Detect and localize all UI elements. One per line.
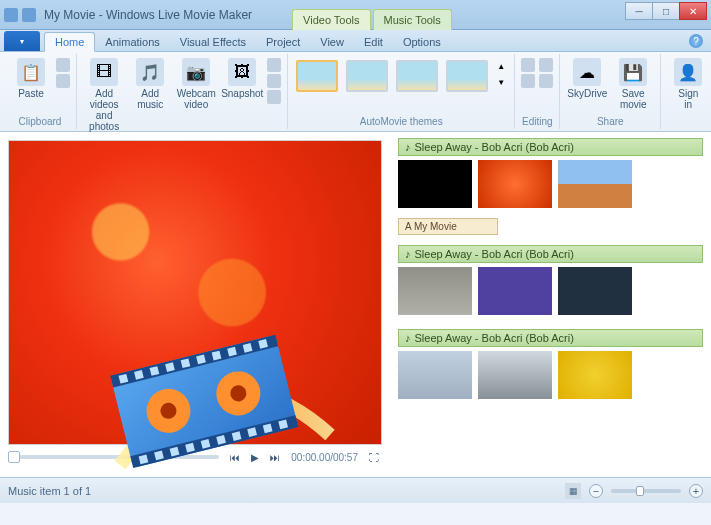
webcam-button[interactable]: 📷 Webcam video <box>175 58 217 110</box>
clip-thumbnail[interactable] <box>478 351 552 399</box>
group-label: Editing <box>522 116 553 129</box>
clipboard-icon: 📋 <box>17 58 45 86</box>
delete-icon[interactable] <box>539 58 553 72</box>
play-button[interactable]: ▶ <box>247 449 263 465</box>
clip-row <box>398 267 703 315</box>
group-add: 🎞 Add videos and photos 🎵 Add music 📷 We… <box>77 54 288 129</box>
clip-thumbnail[interactable] <box>478 160 552 208</box>
save-movie-button[interactable]: 💾 Save movie <box>612 58 654 110</box>
user-icon: 👤 <box>674 58 702 86</box>
rotate-left-icon[interactable] <box>521 58 535 72</box>
copy-icon[interactable] <box>56 74 70 88</box>
music-note-icon: ♪ <box>405 332 411 344</box>
title-bar: My Movie - Windows Live Movie Maker Vide… <box>0 0 711 30</box>
clip-thumbnail[interactable] <box>558 160 632 208</box>
player-controls: ⏮ ▶ ⏭ 00:00.00/00:57 ⛶ <box>8 445 382 469</box>
fullscreen-button[interactable]: ⛶ <box>366 449 382 465</box>
close-button[interactable]: ✕ <box>679 2 707 20</box>
clip-row <box>398 160 703 208</box>
group-label: Share <box>597 116 624 129</box>
maximize-button[interactable]: □ <box>652 2 680 20</box>
clipboard-small-buttons <box>56 58 70 88</box>
select-all-icon[interactable] <box>539 74 553 88</box>
clip-thumbnail[interactable] <box>478 267 552 315</box>
add-small-buttons <box>267 58 281 104</box>
automovie-theme-2[interactable] <box>346 60 388 92</box>
text-a-icon: A <box>405 221 411 232</box>
clip-thumbnail[interactable] <box>398 351 472 399</box>
tab-music-tools[interactable]: Music Tools <box>373 9 452 30</box>
film-plus-icon: 🎞 <box>90 58 118 86</box>
group-label: Clipboard <box>19 116 62 129</box>
music-track-1[interactable]: ♪ Sleep Away - Bob Acri (Bob Acri) <box>398 138 703 156</box>
qat-undo-icon[interactable] <box>4 8 18 22</box>
zoom-in-button[interactable]: + <box>689 484 703 498</box>
music-note-icon: ♪ <box>405 248 411 260</box>
music-track-2[interactable]: ♪ Sleep Away - Bob Acri (Bob Acri) <box>398 245 703 263</box>
help-button[interactable]: ? <box>689 34 703 48</box>
group-editing: Editing <box>515 54 560 129</box>
next-frame-button[interactable]: ⏭ <box>267 449 283 465</box>
add-media-button[interactable]: 🎞 Add videos and photos <box>83 58 125 132</box>
webcam-icon: 📷 <box>182 58 210 86</box>
tab-edit[interactable]: Edit <box>354 33 393 51</box>
qat-redo-icon[interactable] <box>22 8 36 22</box>
music-note-icon: ♪ <box>405 141 411 153</box>
tab-animations[interactable]: Animations <box>95 33 169 51</box>
paste-button[interactable]: 📋 Paste <box>10 58 52 99</box>
clip-thumbnail[interactable] <box>398 160 472 208</box>
tab-view[interactable]: View <box>310 33 354 51</box>
automovie-theme-1[interactable] <box>296 60 338 92</box>
file-menu-button[interactable]: ▾ <box>4 31 40 51</box>
text-track-label: My Movie <box>414 221 457 232</box>
title-icon[interactable] <box>267 58 281 72</box>
playhead[interactable] <box>8 451 20 463</box>
clip-thumbnail[interactable] <box>558 267 632 315</box>
clip-thumbnail[interactable] <box>558 351 632 399</box>
tab-project[interactable]: Project <box>256 33 310 51</box>
automovie-theme-4[interactable] <box>446 60 488 92</box>
tab-video-tools[interactable]: Video Tools <box>292 9 370 30</box>
skydrive-icon: ☁ <box>573 58 601 86</box>
skydrive-button[interactable]: ☁ SkyDrive <box>566 58 608 99</box>
zoom-thumb[interactable] <box>636 486 644 496</box>
zoom-slider[interactable] <box>611 489 681 493</box>
automovie-theme-3[interactable] <box>396 60 438 92</box>
clip-row <box>398 351 703 399</box>
chevron-up-icon: ▲ <box>497 62 505 71</box>
group-signin: 👤 Sign in <box>661 54 711 129</box>
music-track-label: Sleep Away - Bob Acri (Bob Acri) <box>415 141 574 153</box>
tab-home[interactable]: Home <box>44 32 95 52</box>
snapshot-button[interactable]: 🖼 Snapshot <box>221 58 263 99</box>
cut-icon[interactable] <box>56 58 70 72</box>
status-text: Music item 1 of 1 <box>8 485 91 497</box>
music-track-3[interactable]: ♪ Sleep Away - Bob Acri (Bob Acri) <box>398 329 703 347</box>
prev-frame-button[interactable]: ⏮ <box>227 449 243 465</box>
automovie-more[interactable]: ▲ ▼ <box>494 58 508 90</box>
rotate-right-icon[interactable] <box>521 74 535 88</box>
zoom-out-button[interactable]: − <box>589 484 603 498</box>
clip-thumbnail[interactable] <box>398 267 472 315</box>
add-music-button[interactable]: 🎵 Add music <box>129 58 171 110</box>
quick-access-toolbar <box>4 8 36 22</box>
sign-in-button[interactable]: 👤 Sign in <box>667 58 709 110</box>
group-clipboard: 📋 Paste Clipboard <box>4 54 77 129</box>
text-track[interactable]: A My Movie <box>398 218 498 235</box>
ribbon: 📋 Paste Clipboard 🎞 Add videos and photo… <box>0 52 711 132</box>
credits-icon[interactable] <box>267 90 281 104</box>
ribbon-tab-strip: ▾ Home Animations Visual Effects Project… <box>0 30 711 52</box>
tab-options[interactable]: Options <box>393 33 451 51</box>
contextual-tool-tabs: Video Tools Music Tools <box>292 0 454 30</box>
minimize-button[interactable]: ─ <box>625 2 653 20</box>
tab-visual-effects[interactable]: Visual Effects <box>170 33 256 51</box>
music-track-label: Sleep Away - Bob Acri (Bob Acri) <box>415 332 574 344</box>
caption-icon[interactable] <box>267 74 281 88</box>
preview-player[interactable] <box>8 140 382 445</box>
preview-pane: ⏮ ▶ ⏭ 00:00.00/00:57 ⛶ <box>0 132 390 477</box>
thumbnail-size-button[interactable]: ▦ <box>565 483 581 499</box>
chevron-down-icon: ▼ <box>497 78 505 87</box>
group-automovie: ▲ ▼ AutoMovie themes <box>288 54 515 129</box>
timeline-slider[interactable] <box>8 455 219 459</box>
window-title: My Movie - Windows Live Movie Maker <box>44 8 252 22</box>
storyboard-pane[interactable]: ♪ Sleep Away - Bob Acri (Bob Acri) A My … <box>390 132 711 477</box>
